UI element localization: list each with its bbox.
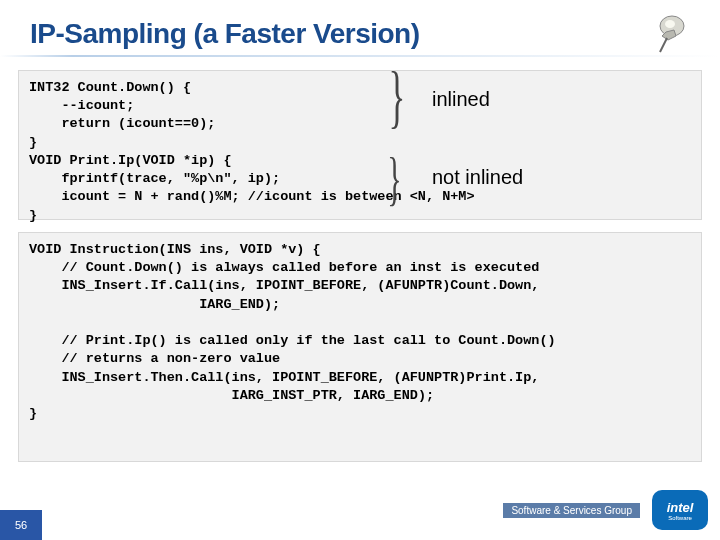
- footer-group-label: Software & Services Group: [503, 503, 640, 518]
- annotation-inlined: inlined: [432, 88, 490, 111]
- page-number: 56: [15, 519, 27, 531]
- logo-sub: Software: [668, 515, 692, 521]
- brace-icon: }: [388, 62, 405, 132]
- pushpin-icon: [652, 12, 692, 60]
- page-number-badge: 56: [0, 510, 42, 540]
- brace-icon: }: [387, 148, 401, 208]
- svg-line-2: [660, 38, 667, 52]
- slide: IP-Sampling (a Faster Version) INT32 Cou…: [0, 0, 720, 540]
- svg-point-1: [665, 20, 675, 28]
- logo-word: intel: [667, 500, 694, 515]
- intel-logo: intel Software: [652, 490, 708, 530]
- code-block-1: INT32 Count.Down() { --icount; return (i…: [18, 70, 702, 220]
- annotation-not-inlined: not inlined: [432, 166, 523, 189]
- slide-title: IP-Sampling (a Faster Version): [0, 0, 720, 50]
- code-block-2: VOID Instruction(INS ins, VOID *v) { // …: [18, 232, 702, 462]
- divider: [0, 55, 720, 57]
